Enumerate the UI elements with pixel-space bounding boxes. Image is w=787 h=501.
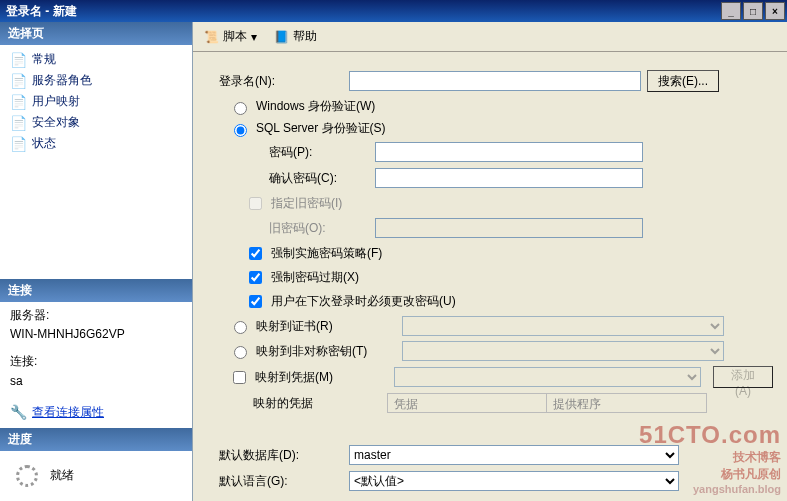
confirm-password-label: 确认密码(C): xyxy=(245,170,375,187)
sql-auth-label: SQL Server 身份验证(S) xyxy=(256,120,386,137)
specify-old-password-checkbox xyxy=(249,197,262,210)
default-language-label: 默认语言(G): xyxy=(219,473,349,490)
credential-column-header: 凭据 xyxy=(387,393,547,413)
script-icon: 📜 xyxy=(203,29,219,45)
password-label: 密码(P): xyxy=(245,144,375,161)
add-credential-button: 添加(A) xyxy=(713,366,773,388)
map-certificate-radio[interactable] xyxy=(234,321,247,334)
login-name-label: 登录名(N): xyxy=(219,73,349,90)
map-asym-key-label: 映射到非对称密钥(T) xyxy=(256,343,396,360)
window-title: 登录名 - 新建 xyxy=(6,3,77,20)
windows-auth-label: Windows 身份验证(W) xyxy=(256,98,375,115)
connection-value: sa xyxy=(10,372,182,391)
old-password-input xyxy=(375,218,643,238)
must-change-password-label: 用户在下次登录时必须更改密码(U) xyxy=(271,293,456,310)
certificate-select xyxy=(402,316,724,336)
map-asym-key-radio[interactable] xyxy=(234,346,247,359)
asym-key-select xyxy=(402,341,724,361)
map-credential-label: 映射到凭据(M) xyxy=(255,369,388,386)
enforce-expiration-label: 强制密码过期(X) xyxy=(271,269,359,286)
help-button[interactable]: 📘 帮助 xyxy=(269,26,321,47)
page-label: 常规 xyxy=(32,51,56,68)
windows-auth-radio[interactable] xyxy=(234,102,247,115)
page-label: 安全对象 xyxy=(32,114,80,131)
select-page-header: 选择页 xyxy=(0,22,192,45)
server-value: WIN-MHNHJ6G62VP xyxy=(10,325,182,344)
connection-header: 连接 xyxy=(0,279,192,302)
credential-select xyxy=(394,367,701,387)
confirm-password-input[interactable] xyxy=(375,168,643,188)
progress-header: 进度 xyxy=(0,428,192,451)
page-server-roles[interactable]: 📄服务器角色 xyxy=(4,70,188,91)
enforce-policy-checkbox[interactable] xyxy=(249,247,262,260)
close-button[interactable]: × xyxy=(765,2,785,20)
default-database-label: 默认数据库(D): xyxy=(219,447,349,464)
page-icon: 📄 xyxy=(10,94,26,110)
page-label: 状态 xyxy=(32,135,56,152)
page-icon: 📄 xyxy=(10,115,26,131)
must-change-password-checkbox[interactable] xyxy=(249,295,262,308)
default-database-select[interactable]: master xyxy=(349,445,679,465)
old-password-label: 旧密码(O): xyxy=(245,220,375,237)
page-label: 用户映射 xyxy=(32,93,80,110)
properties-icon: 🔧 xyxy=(10,404,26,420)
page-icon: 📄 xyxy=(10,73,26,89)
page-securables[interactable]: 📄安全对象 xyxy=(4,112,188,133)
default-language-select[interactable]: <默认值> xyxy=(349,471,679,491)
provider-column-header: 提供程序 xyxy=(547,393,707,413)
right-panel: 📜 脚本 ▾ 📘 帮助 登录名(N): 搜索(E)... Windows 身份验… xyxy=(193,22,787,501)
left-panel: 选择页 📄常规 📄服务器角色 📄用户映射 📄安全对象 📄状态 连接 服务器: W… xyxy=(0,22,193,501)
dropdown-icon: ▾ xyxy=(251,30,257,44)
sql-auth-radio[interactable] xyxy=(234,124,247,137)
mapped-credentials-label: 映射的凭据 xyxy=(253,395,387,412)
help-label: 帮助 xyxy=(293,28,317,45)
page-general[interactable]: 📄常规 xyxy=(4,49,188,70)
maximize-button[interactable]: □ xyxy=(743,2,763,20)
progress-spinner-icon xyxy=(16,465,38,487)
progress-status: 就绪 xyxy=(50,466,74,485)
view-connection-props[interactable]: 🔧 查看连接属性 xyxy=(10,401,182,424)
minimize-button[interactable]: _ xyxy=(721,2,741,20)
page-icon: 📄 xyxy=(10,136,26,152)
page-user-mapping[interactable]: 📄用户映射 xyxy=(4,91,188,112)
search-button[interactable]: 搜索(E)... xyxy=(647,70,719,92)
password-input[interactable] xyxy=(375,142,643,162)
page-icon: 📄 xyxy=(10,52,26,68)
form-area: 登录名(N): 搜索(E)... Windows 身份验证(W) SQL Ser… xyxy=(193,52,787,501)
enforce-expiration-checkbox[interactable] xyxy=(249,271,262,284)
page-label: 服务器角色 xyxy=(32,72,92,89)
view-connection-props-link[interactable]: 查看连接属性 xyxy=(32,403,104,422)
connection-label: 连接: xyxy=(10,352,182,371)
server-label: 服务器: xyxy=(10,306,182,325)
script-button[interactable]: 📜 脚本 ▾ xyxy=(199,26,261,47)
toolbar: 📜 脚本 ▾ 📘 帮助 xyxy=(193,22,787,52)
script-label: 脚本 xyxy=(223,28,247,45)
map-certificate-label: 映射到证书(R) xyxy=(256,318,396,335)
map-credential-checkbox[interactable] xyxy=(233,371,246,384)
window-titlebar: 登录名 - 新建 _ □ × xyxy=(0,0,787,22)
page-status[interactable]: 📄状态 xyxy=(4,133,188,154)
specify-old-password-label: 指定旧密码(I) xyxy=(271,195,342,212)
help-icon: 📘 xyxy=(273,29,289,45)
login-name-input[interactable] xyxy=(349,71,641,91)
enforce-policy-label: 强制实施密码策略(F) xyxy=(271,245,382,262)
